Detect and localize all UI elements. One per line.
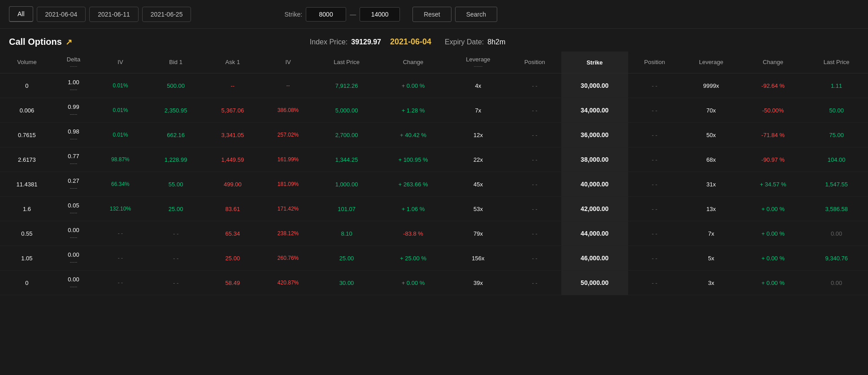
cell-bid1: 500.00 xyxy=(148,73,204,98)
cell-last-price-right: 50.00 xyxy=(805,98,868,123)
cell-leverage-left: 79x xyxy=(448,221,508,246)
col-leverage-left: Leverage------ xyxy=(448,52,508,73)
col-change-right: Change xyxy=(741,52,805,73)
table-row: 2.6173 0.77 ----- 98.87% 1,228.99 1,449.… xyxy=(0,147,868,172)
col-last-price-right: Last Price xyxy=(805,52,868,73)
cell-ask1: 5,367.06 xyxy=(204,98,261,123)
col-bid1: Bid 1 xyxy=(148,52,204,73)
cell-leverage-left: 12x xyxy=(448,123,508,147)
cell-bid1: - - xyxy=(148,221,204,246)
cell-last-price-left: 7,912.26 xyxy=(315,73,378,98)
cell-iv-right: 260.76% xyxy=(261,246,315,271)
cell-iv-right: 420.87% xyxy=(261,271,315,295)
expiry-date-highlight: 2021-06-04 xyxy=(390,37,431,47)
cell-leverage-right: 50x xyxy=(681,123,741,147)
strike-min-input[interactable] xyxy=(306,7,346,22)
cell-iv-left: 66.34% xyxy=(93,172,148,197)
tab-2021-06-04[interactable]: 2021-06-04 xyxy=(37,7,86,22)
cell-strike: 50,000.00 xyxy=(561,271,628,295)
cell-last-price-left: 1,000.00 xyxy=(315,172,378,197)
col-iv-left: IV xyxy=(93,52,148,73)
tab-2021-06-25[interactable]: 2021-06-25 xyxy=(142,7,191,22)
cell-change-right: -71.84 % xyxy=(741,123,805,147)
cell-change-left: + 100.95 % xyxy=(378,147,448,172)
cell-position-left: - - xyxy=(508,98,561,123)
cell-ask1: 1,449.59 xyxy=(204,147,261,172)
cell-delta: 0.98 ----- xyxy=(54,123,93,147)
cell-strike: 36,000.00 xyxy=(561,123,628,147)
index-price-label: Index Price: xyxy=(310,38,347,46)
cell-delta: 0.00 ----- xyxy=(54,246,93,271)
cell-strike: 42,000.00 xyxy=(561,197,628,221)
tab-2021-06-11[interactable]: 2021-06-11 xyxy=(89,7,139,22)
cell-ask1: 3,341.05 xyxy=(204,123,261,147)
cell-last-price-right: 1,547.55 xyxy=(805,172,868,197)
cell-change-left: + 0.00 % xyxy=(378,73,448,98)
col-ask1: Ask 1 xyxy=(204,52,261,73)
cell-strike: 40,000.00 xyxy=(561,172,628,197)
strike-filter: Strike: — xyxy=(284,7,400,22)
expiry-value: 8h2m xyxy=(487,38,505,46)
cell-change-right: -50.00% xyxy=(741,98,805,123)
cell-leverage-left: 45x xyxy=(448,172,508,197)
cell-bid1: - - xyxy=(148,246,204,271)
cell-delta: 0.27 ----- xyxy=(54,172,93,197)
cell-change-right: + 0.00 % xyxy=(741,246,805,271)
cell-change-right: + 0.00 % xyxy=(741,221,805,246)
cell-leverage-left: 7x xyxy=(448,98,508,123)
cell-leverage-right: 5x xyxy=(681,246,741,271)
cell-last-price-left: 25.00 xyxy=(315,246,378,271)
cell-position-left: - - xyxy=(508,123,561,147)
cell-iv-right: -- xyxy=(261,73,315,98)
cell-ask1: 499.00 xyxy=(204,172,261,197)
cell-volume: 1.05 xyxy=(0,246,54,271)
cell-position-right: - - xyxy=(628,172,681,197)
table-row: 0.55 0.00 ----- - - - - 65.34 238.12% 8.… xyxy=(0,221,868,246)
cell-iv-left: 98.87% xyxy=(93,147,148,172)
cell-last-price-left: 30.00 xyxy=(315,271,378,295)
cell-bid1: 1,228.99 xyxy=(148,147,204,172)
cell-ask1: -- xyxy=(204,73,261,98)
tab-all[interactable]: All xyxy=(9,6,33,22)
strike-max-input[interactable] xyxy=(360,7,400,22)
table-header-row: Volume Delta----- IV Bid 1 Ask 1 IV Last… xyxy=(0,52,868,73)
cell-iv-left: - - xyxy=(93,271,148,295)
table-row: 1.6 0.05 ----- 132.10% 25.00 83.61 171.4… xyxy=(0,197,868,221)
cell-volume: 0.55 xyxy=(0,221,54,246)
cell-iv-right: 257.02% xyxy=(261,123,315,147)
options-table-container: Volume Delta----- IV Bid 1 Ask 1 IV Last… xyxy=(0,52,868,295)
cell-last-price-right: 0.00 xyxy=(805,221,868,246)
cell-last-price-right: 104.00 xyxy=(805,147,868,172)
cell-iv-right: 161.99% xyxy=(261,147,315,172)
cell-strike: 44,000.00 xyxy=(561,221,628,246)
col-position-right: Position xyxy=(628,52,681,73)
cell-position-left: - - xyxy=(508,147,561,172)
cell-strike: 38,000.00 xyxy=(561,147,628,172)
cell-last-price-left: 1,344.25 xyxy=(315,147,378,172)
reset-button[interactable]: Reset xyxy=(412,7,451,22)
cell-volume: 11.4381 xyxy=(0,172,54,197)
cell-volume: 0 xyxy=(0,271,54,295)
col-delta: Delta----- xyxy=(54,52,93,73)
cell-ask1: 25.00 xyxy=(204,246,261,271)
search-button[interactable]: Search xyxy=(455,7,497,22)
cell-iv-left: 0.01% xyxy=(93,73,148,98)
cell-change-right: + 0.00 % xyxy=(741,197,805,221)
cell-iv-right: 181.09% xyxy=(261,172,315,197)
col-change-left: Change xyxy=(378,52,448,73)
table-row: 11.4381 0.27 ----- 66.34% 55.00 499.00 1… xyxy=(0,172,868,197)
cell-iv-left: - - xyxy=(93,246,148,271)
cell-last-price-left: 101.07 xyxy=(315,197,378,221)
cell-bid1: 55.00 xyxy=(148,172,204,197)
cell-change-right: + 0.00 % xyxy=(741,271,805,295)
table-body: 0 1.00 ----- 0.01% 500.00 -- -- 7,912.26… xyxy=(0,73,868,295)
strike-dash: — xyxy=(350,11,356,18)
cell-leverage-right: 68x xyxy=(681,147,741,172)
cell-change-left: + 1.06 % xyxy=(378,197,448,221)
cell-strike: 34,000.00 xyxy=(561,98,628,123)
cell-iv-left: 0.01% xyxy=(93,123,148,147)
table-row: 0.7615 0.98 ----- 0.01% 662.16 3,341.05 … xyxy=(0,123,868,147)
cell-leverage-left: 39x xyxy=(448,271,508,295)
col-strike: Strike xyxy=(561,52,628,73)
cell-position-left: - - xyxy=(508,221,561,246)
